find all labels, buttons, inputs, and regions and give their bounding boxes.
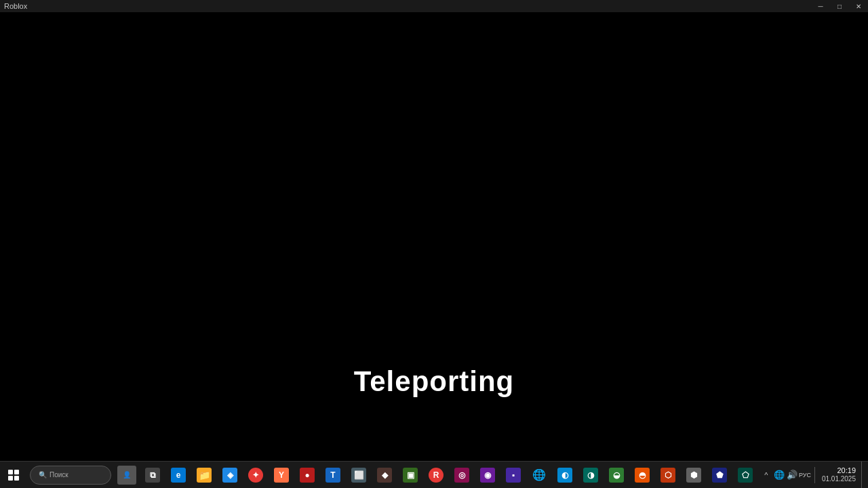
tray-volume-icon[interactable]: 🔊	[787, 470, 797, 481]
taskbar-app-20[interactable]: ◒	[604, 463, 629, 487]
taskbar-app-7[interactable]: Y	[269, 463, 294, 487]
windows-logo-icon	[8, 470, 19, 481]
window-title: Roblox	[0, 2, 27, 10]
title-bar: Roblox ─ □ ✕	[0, 0, 868, 12]
app12-icon: ▣	[403, 468, 418, 483]
taskbar-app-22[interactable]: ⬡	[656, 463, 680, 487]
taskbar-app-5[interactable]: ◈	[218, 463, 242, 487]
main-content: Teleporting	[0, 12, 868, 461]
clock-time: 20:19	[837, 466, 856, 475]
edge-icon: e	[171, 468, 186, 483]
taskbar-task-view[interactable]: ⧉	[140, 463, 165, 487]
taskbar-app-9[interactable]: T	[321, 463, 345, 487]
window-controls: ─ □ ✕	[811, 0, 868, 12]
taskbar-file-explorer[interactable]: 📁	[192, 463, 216, 487]
show-desktop-button[interactable]	[861, 462, 865, 489]
taskbar-app-12[interactable]: ▣	[398, 463, 422, 487]
user-avatar: 👤	[117, 466, 136, 485]
clock-date: 01.01.2025	[822, 475, 856, 483]
taskbar-edge[interactable]: e	[166, 463, 191, 487]
search-placeholder: Поиск	[50, 471, 68, 479]
taskbar-chrome[interactable]: 🌐	[527, 463, 551, 487]
taskbar: 🔍 Поиск 👤 ⧉ e 📁 ◈ ✦ Y	[0, 461, 868, 488]
search-bar[interactable]: 🔍 Поиск	[30, 466, 111, 485]
taskbar-app-10[interactable]: ⬜	[347, 463, 371, 487]
taskbar-app-25[interactable]: ⬠	[733, 463, 757, 487]
system-tray: ^ 🌐 🔊 РУС 20:19 01.01.2025	[758, 462, 868, 488]
taskbar-app-15[interactable]: ◉	[475, 463, 500, 487]
app19-icon: ◑	[583, 468, 598, 483]
taskbar-app-19[interactable]: ◑	[578, 463, 603, 487]
app15-icon: ◉	[480, 468, 495, 483]
taskbar-app-21[interactable]: ◓	[630, 463, 654, 487]
tray-network-icon[interactable]: 🌐	[774, 470, 785, 481]
app16-icon: ▪	[506, 468, 521, 483]
close-button[interactable]: ✕	[849, 0, 868, 12]
tray-battery-icon[interactable]: РУС	[800, 470, 810, 481]
app20-icon: ◒	[609, 468, 624, 483]
tray-icons: ^ 🌐 🔊 РУС	[758, 470, 813, 481]
file-explorer-icon: 📁	[197, 468, 212, 483]
app23-icon: ⬢	[686, 468, 701, 483]
app5-icon: ◈	[222, 468, 237, 483]
taskbar-apps: 👤 ⧉ e 📁 ◈ ✦ Y ● T ⬜	[114, 462, 758, 488]
chrome-icon: 🌐	[532, 468, 547, 483]
taskbar-app-11[interactable]: ◆	[372, 463, 397, 487]
taskbar-app-8[interactable]: ●	[295, 463, 319, 487]
app25-icon: ⬠	[738, 468, 753, 483]
search-icon: 🔍	[39, 471, 47, 479]
task-view-icon: ⧉	[145, 468, 160, 483]
tray-chevron[interactable]: ^	[761, 470, 772, 481]
app6-icon: ✦	[248, 468, 263, 483]
start-button[interactable]	[0, 462, 27, 489]
maximize-button[interactable]: □	[830, 0, 849, 12]
taskbar-app-18[interactable]: ◐	[553, 463, 577, 487]
taskbar-app-16[interactable]: ▪	[501, 463, 526, 487]
minimize-button[interactable]: ─	[811, 0, 830, 12]
taskbar-app-23[interactable]: ⬢	[682, 463, 706, 487]
tray-separator	[814, 467, 815, 483]
app22-icon: ⬡	[660, 468, 675, 483]
app18-icon: ◐	[557, 468, 572, 483]
teleporting-message: Teleporting	[354, 365, 515, 398]
taskbar-app-24[interactable]: ⬟	[707, 463, 732, 487]
app14-icon: ◎	[454, 468, 469, 483]
taskbar-app-6[interactable]: ✦	[243, 463, 268, 487]
app24-icon: ⬟	[712, 468, 727, 483]
taskbar-app-14[interactable]: ◎	[450, 463, 474, 487]
taskbar-avatar[interactable]: 👤	[115, 463, 139, 487]
app7-icon: Y	[274, 468, 289, 483]
app21-icon: ◓	[635, 468, 650, 483]
clock[interactable]: 20:19 01.01.2025	[816, 462, 861, 488]
taskbar-app-roblox[interactable]: R	[424, 463, 448, 487]
roblox-icon: R	[429, 468, 443, 483]
app10-icon: ⬜	[351, 468, 366, 483]
app8-icon: ●	[300, 468, 315, 483]
app11-icon: ◆	[377, 468, 392, 483]
app9-icon: T	[326, 468, 340, 483]
